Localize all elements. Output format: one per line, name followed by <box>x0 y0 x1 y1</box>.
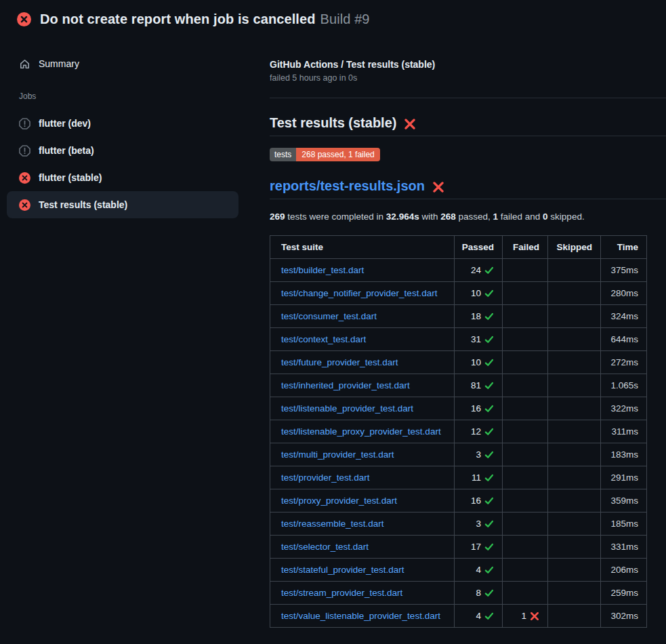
test-suite-link[interactable]: test/value_listenable_provider_test.dart <box>281 611 440 621</box>
main-content: GitHub Actions / Test results (stable) f… <box>270 38 666 628</box>
skipped-cell <box>548 420 601 443</box>
sidebar-item-flutter-stable[interactable]: flutter (stable) <box>7 164 238 191</box>
test-suite-link[interactable]: test/builder_test.dart <box>281 265 364 275</box>
sidebar-item-flutter-beta[interactable]: flutter (beta) <box>7 137 238 164</box>
job-label: flutter (dev) <box>39 118 91 129</box>
test-suite-link[interactable]: test/proxy_provider_test.dart <box>281 496 397 506</box>
test-suite-link[interactable]: test/listenable_proxy_provider_test.dart <box>281 426 441 437</box>
time-cell: 324ms <box>601 305 647 328</box>
passed-cell: 31 <box>455 328 503 351</box>
skipped-cell <box>548 536 601 559</box>
job-label: Test results (stable) <box>39 199 127 210</box>
test-suite-link[interactable]: test/inherited_provider_test.dart <box>281 380 410 390</box>
passed-cell: 4 <box>455 559 503 582</box>
check-icon <box>484 266 494 275</box>
check-heading-text: Test results (stable) <box>270 115 396 131</box>
neutral-status-icon <box>19 118 30 129</box>
check-icon <box>484 565 494 575</box>
suite-cell: test/change_notifier_provider_test.dart <box>270 282 455 305</box>
test-suite-link[interactable]: test/listenable_provider_test.dart <box>281 403 413 414</box>
table-row: test/builder_test.dart 24 375ms <box>270 259 647 282</box>
failed-cell <box>503 328 548 351</box>
suite-cell: test/listenable_proxy_provider_test.dart <box>270 420 455 443</box>
column-time: Time <box>601 236 647 259</box>
divider <box>270 98 666 98</box>
test-suite-link[interactable]: test/multi_provider_test.dart <box>281 449 394 460</box>
skipped-cell <box>548 443 601 466</box>
check-icon <box>484 473 494 483</box>
summary-segment: with <box>419 212 441 222</box>
skipped-cell <box>548 328 601 351</box>
test-suite-link[interactable]: test/provider_test.dart <box>281 472 370 483</box>
skipped-cell <box>548 351 601 374</box>
suite-cell: test/stateful_provider_test.dart <box>270 559 455 582</box>
jobs-list: flutter (dev) flutter (beta) flutter (st… <box>0 110 270 218</box>
table-row: test/change_notifier_provider_test.dart … <box>270 282 647 305</box>
table-row: test/selector_test.dart 17 331ms <box>270 536 647 559</box>
table-row: test/future_provider_test.dart 10 272ms <box>270 351 647 374</box>
suite-cell: test/builder_test.dart <box>270 259 455 282</box>
passed-cell: 4 <box>455 605 503 628</box>
passed-cell: 12 <box>455 420 503 443</box>
build-number: Build #9 <box>320 12 370 26</box>
check-icon <box>484 404 494 414</box>
test-suite-link[interactable]: test/stateful_provider_test.dart <box>281 565 404 575</box>
badge-value: 268 passed, 1 failed <box>296 148 379 161</box>
suite-cell: test/inherited_provider_test.dart <box>270 374 455 397</box>
table-row: test/inherited_provider_test.dart 81 1.0… <box>270 374 647 397</box>
summary-segment: 1 <box>493 212 499 222</box>
suite-cell: test/value_listenable_provider_test.dart <box>270 605 455 628</box>
report-file-link[interactable]: reports/test-results.json <box>270 178 425 194</box>
failed-cell <box>503 512 548 536</box>
skipped-cell <box>548 305 601 328</box>
run-subtitle: failed 5 hours ago in 0s <box>270 73 666 83</box>
test-suite-link[interactable]: test/stream_provider_test.dart <box>281 588 402 598</box>
test-suite-link[interactable]: test/future_provider_test.dart <box>281 357 398 367</box>
passed-cell: 17 <box>455 536 503 559</box>
passed-cell: 81 <box>455 374 503 397</box>
check-icon <box>484 312 494 321</box>
failed-cell <box>503 397 548 420</box>
skipped-cell <box>548 582 601 605</box>
test-suite-link[interactable]: test/reassemble_test.dart <box>281 519 384 529</box>
failed-cell <box>503 466 548 489</box>
skipped-cell <box>548 282 601 305</box>
sidebar-item-test-results-stable[interactable]: Test results (stable) <box>7 191 238 218</box>
skipped-cell <box>548 489 601 512</box>
suite-cell: test/stream_provider_test.dart <box>270 582 455 605</box>
sidebar-item-summary[interactable]: Summary <box>0 54 270 73</box>
summary-segment: failed and <box>498 212 543 222</box>
column-test-suite: Test suite <box>270 236 455 259</box>
check-icon <box>484 611 494 621</box>
failed-cell: 1 <box>503 605 548 628</box>
time-cell: 259ms <box>601 582 647 605</box>
test-suite-link[interactable]: test/change_notifier_provider_test.dart <box>281 288 437 298</box>
check-icon <box>484 496 494 506</box>
column-passed: Passed <box>455 236 503 259</box>
passed-cell: 18 <box>455 305 503 328</box>
suite-cell: test/listenable_provider_test.dart <box>270 397 455 420</box>
check-icon <box>484 289 494 298</box>
summary-segment: 269 <box>270 212 285 222</box>
summary-segment: tests were completed in <box>285 212 386 222</box>
sidebar-item-flutter-dev[interactable]: flutter (dev) <box>7 110 238 137</box>
test-suite-link[interactable]: test/context_test.dart <box>281 334 366 344</box>
test-suite-link[interactable]: test/consumer_test.dart <box>281 311 377 321</box>
failed-cell <box>503 420 548 443</box>
failed-cell <box>503 305 548 328</box>
test-suite-link[interactable]: test/selector_test.dart <box>281 542 369 552</box>
check-icon <box>484 450 494 460</box>
tests-badge: tests 268 passed, 1 failed <box>270 148 380 161</box>
table-row: test/value_listenable_provider_test.dart… <box>270 605 647 628</box>
table-row: test/multi_provider_test.dart 3 183ms <box>270 443 647 466</box>
jobs-section-label: Jobs <box>19 92 270 101</box>
suite-cell: test/selector_test.dart <box>270 536 455 559</box>
time-cell: 185ms <box>601 512 647 536</box>
passed-cell: 24 <box>455 259 503 282</box>
skipped-cell <box>548 466 601 489</box>
table-header-row: Test suite Passed Failed Skipped Time <box>270 236 647 259</box>
page-title: Do not create report when job is cancell… <box>40 12 370 27</box>
check-icon <box>484 335 494 344</box>
passed-cell: 10 <box>455 351 503 374</box>
results-table-body: test/builder_test.dart 24 375ms test/cha… <box>270 259 647 628</box>
